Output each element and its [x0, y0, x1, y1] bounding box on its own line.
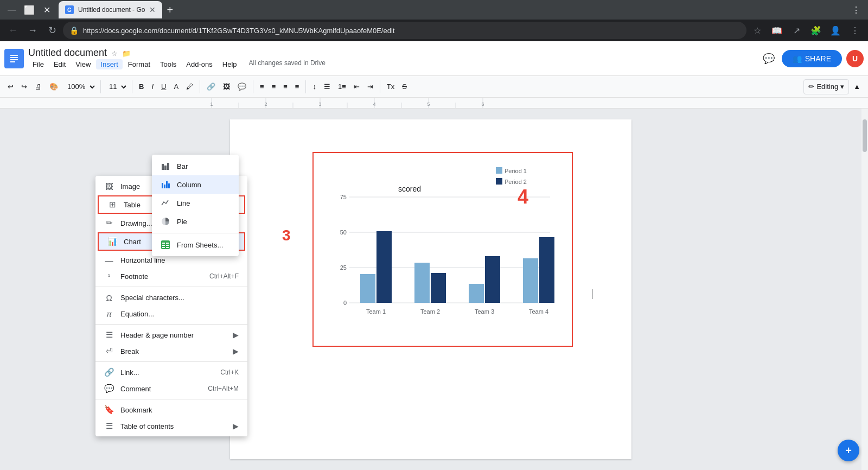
underline-button[interactable]: U [158, 79, 169, 94]
right-scrollbar[interactable] [861, 109, 868, 470]
address-bar[interactable]: 🔒 https://docs.google.com/document/d/1TK… [63, 22, 746, 39]
active-tab[interactable]: G Untitled document - Go ✕ [59, 1, 162, 18]
menu-edit[interactable]: Edit [49, 59, 70, 69]
redo-button[interactable]: ↪ [18, 79, 30, 94]
menu-item-toc[interactable]: ☰ Table of contents ▶ [95, 418, 247, 434]
menu-insert[interactable]: Insert [96, 59, 123, 69]
line-chart-icon [161, 198, 170, 208]
svg-rect-61 [166, 247, 169, 248]
svg-rect-37 [431, 273, 446, 303]
font-size-select[interactable]: 11 [104, 79, 129, 94]
align-center-button[interactable]: ≡ [269, 79, 279, 94]
zoom-select[interactable]: 100% [62, 79, 97, 94]
document-title[interactable]: Untitled document [28, 47, 107, 59]
indent-decrease-button[interactable]: ⇤ [350, 79, 363, 94]
tab-close-icon[interactable]: ✕ [149, 5, 156, 14]
bold-button[interactable]: B [136, 79, 147, 94]
editing-mode-label: Editing [816, 82, 838, 91]
menu-format[interactable]: Format [124, 59, 155, 69]
forward-button[interactable]: → [24, 22, 41, 39]
bookmark-star-icon[interactable]: ☆ [749, 22, 766, 39]
menu-item-header[interactable]: ☰ Header & page number ▶ [95, 327, 247, 343]
move-icon[interactable]: 📁 [122, 49, 131, 58]
comment-toolbar-button[interactable]: 💬 [234, 79, 250, 94]
menu-item-comment[interactable]: 💬 Comment Ctrl+Alt+M [95, 380, 247, 397]
text-color-button[interactable]: A [170, 79, 182, 94]
menu-item-link[interactable]: 🔗 Link... Ctrl+K [95, 364, 247, 380]
chart-submenu-line[interactable]: Line [152, 194, 239, 212]
svg-rect-39 [485, 256, 500, 303]
reload-button[interactable]: ↻ [43, 22, 61, 39]
menu-addons[interactable]: Add-ons [182, 59, 216, 69]
link-button[interactable]: 🔗 [203, 79, 219, 94]
chart-submenu-bar[interactable]: Bar [152, 157, 239, 175]
toc-menu-label: Table of contents [120, 422, 226, 430]
image-button[interactable]: 🖼 [220, 79, 233, 94]
svg-rect-3 [10, 59, 18, 60]
svg-text:0: 0 [343, 300, 347, 306]
toc-arrow-icon: ▶ [233, 422, 239, 430]
chart-submenu-sheets[interactable]: From Sheets... [152, 236, 239, 254]
more-options-icon[interactable]: ⋮ [846, 22, 864, 39]
align-right-button[interactable]: ≡ [280, 79, 291, 94]
share-icon: 👥 [793, 54, 802, 63]
chart-submenu-column[interactable]: Column [152, 175, 239, 194]
share-label: SHARE [805, 54, 831, 63]
menu-sep-4 [95, 399, 247, 399]
paint-format-button[interactable]: 🎨 [46, 79, 61, 94]
close-button[interactable]: ✕ [39, 2, 54, 17]
user-avatar[interactable]: U [846, 50, 864, 67]
svg-rect-24 [496, 178, 502, 185]
star-icon[interactable]: ☆ [111, 49, 118, 58]
back-button[interactable]: ← [4, 22, 22, 39]
bookmark-menu-icon: 🔖 [104, 405, 114, 415]
svg-rect-51 [164, 185, 165, 188]
menu-item-footnote[interactable]: ¹ Footnote Ctrl+Alt+F [95, 268, 247, 284]
highlight-button[interactable]: 🖊 [183, 79, 196, 94]
fab-icon: + [845, 444, 852, 457]
align-left-button[interactable]: ≡ [257, 79, 267, 94]
save-status: All changes saved in Drive [249, 59, 326, 69]
print-button[interactable]: 🖨 [31, 79, 45, 94]
share-page-icon[interactable]: ↗ [788, 22, 805, 39]
numbered-list-button[interactable]: 1≡ [335, 79, 349, 94]
profile-icon[interactable]: 👤 [827, 22, 844, 39]
menu-item-break[interactable]: ⏎ Break ▶ [95, 343, 247, 359]
minimize-button[interactable]: — [4, 2, 20, 17]
fab-button[interactable]: + [838, 440, 859, 461]
column-chart-icon [161, 180, 170, 189]
footnote-menu-icon: ¹ [104, 271, 114, 281]
menu-view[interactable]: View [71, 59, 95, 69]
comments-button[interactable]: 💬 [760, 50, 777, 67]
footnote-menu-label: Footnote [120, 272, 203, 281]
share-button[interactable]: 👥 SHARE [782, 50, 842, 67]
maximize-button[interactable]: ⬜ [22, 2, 37, 17]
menu-help[interactable]: Help [218, 59, 241, 69]
tab-favicon: G [65, 5, 74, 14]
collapse-toolbar-button[interactable]: ▲ [850, 79, 864, 94]
list-button[interactable]: ☰ [321, 79, 334, 94]
chart-submenu-pie[interactable]: Pie [152, 212, 239, 231]
align-justify-button[interactable]: ≡ [292, 79, 303, 94]
menu-tools[interactable]: Tools [156, 59, 181, 69]
undo-button[interactable]: ↩ [4, 79, 17, 94]
reading-list-icon[interactable]: 📖 [768, 22, 786, 39]
editing-mode-selector[interactable]: ✏ Editing ▾ [803, 79, 849, 94]
clear-formatting-button[interactable]: Tx [384, 79, 398, 94]
extensions-button[interactable]: ⋮ [848, 2, 864, 17]
header-icon: ☰ [104, 330, 114, 340]
menu-item-equation[interactable]: π Equation... [95, 306, 247, 322]
italic-button[interactable]: I [148, 79, 157, 94]
menu-sep-3 [95, 361, 247, 362]
new-tab-button[interactable]: + [162, 2, 177, 18]
menu-item-special-chars[interactable]: Ω Special characters... [95, 289, 247, 306]
svg-rect-36 [414, 263, 430, 303]
extensions-icon[interactable]: 🧩 [807, 22, 825, 39]
indent-increase-button[interactable]: ⇥ [364, 79, 376, 94]
line-spacing-button[interactable]: ↕ [309, 79, 320, 94]
menu-item-bookmark[interactable]: 🔖 Bookmark [95, 402, 247, 418]
menu-file[interactable]: File [28, 59, 48, 69]
docs-menu-bar: File Edit View Insert Format Tools Add-o… [28, 59, 756, 69]
strikethrough-button[interactable]: S [399, 79, 410, 94]
svg-text:50: 50 [340, 229, 347, 236]
